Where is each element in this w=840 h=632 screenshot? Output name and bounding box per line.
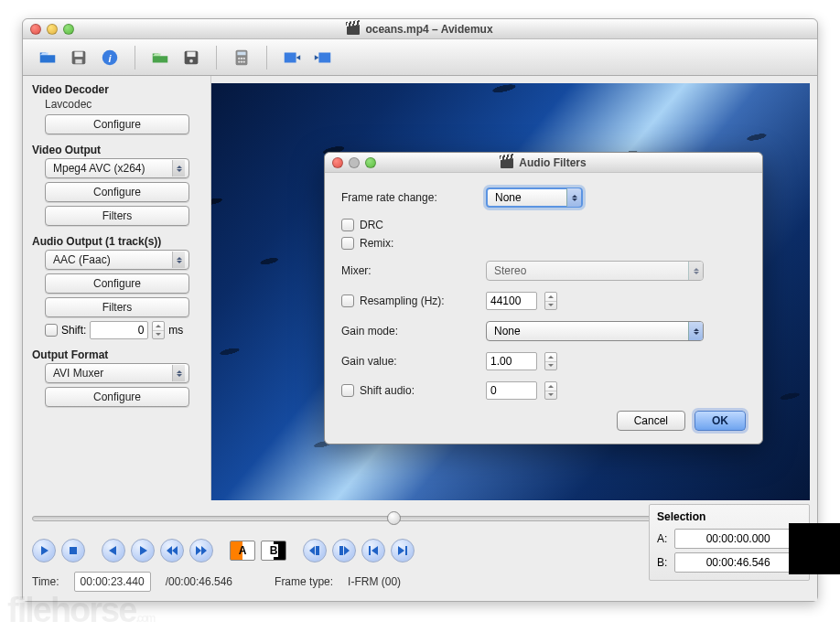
svg-point-7 <box>189 59 193 62</box>
cancel-button[interactable]: Cancel <box>617 411 685 431</box>
audio-shift-input[interactable] <box>90 321 148 339</box>
svg-rect-16 <box>285 52 296 62</box>
svg-rect-1 <box>74 51 82 57</box>
output-format-heading: Output Format <box>32 348 201 361</box>
svg-rect-6 <box>187 51 195 57</box>
mixer-select: Stereo <box>486 261 704 281</box>
clapperboard-icon <box>347 24 360 35</box>
audio-output-heading: Audio Output (1 track(s)) <box>32 235 201 248</box>
gain-value-input[interactable] <box>486 352 537 370</box>
preview-output-button[interactable] <box>309 45 337 70</box>
clapperboard-icon <box>501 157 513 168</box>
goto-start-button[interactable] <box>361 539 385 562</box>
transport-panel: – + A B Time: <box>23 500 817 601</box>
selection-panel: Selection A: 00:00:00.000 B: 00:00:46.54… <box>649 504 810 581</box>
save-project-button[interactable] <box>178 45 205 70</box>
shift-audio-input[interactable] <box>486 381 537 400</box>
video-output-select[interactable]: Mpeg4 AVC (x264) <box>45 158 189 178</box>
next-frame-button[interactable] <box>131 539 155 562</box>
video-output-filters-button[interactable]: Filters <box>45 206 189 226</box>
open-file-button[interactable] <box>34 45 61 70</box>
gain-value-label: Gain value: <box>341 355 479 368</box>
gain-mode-select[interactable]: None <box>486 321 704 341</box>
svg-point-14 <box>241 60 242 62</box>
resampling-checkbox[interactable] <box>341 295 354 307</box>
svg-rect-2 <box>75 59 81 63</box>
open-folder-button[interactable] <box>146 45 174 70</box>
prev-black-frame-button[interactable] <box>303 539 327 562</box>
svg-rect-18 <box>70 547 77 554</box>
output-format-section: Output Format AVI Muxer Configure <box>32 348 201 407</box>
audio-filters-dialog: Audio Filters Frame rate change: None DR… <box>324 152 763 445</box>
shift-audio-stepper[interactable] <box>544 381 557 400</box>
set-marker-a-button[interactable]: A <box>230 541 255 561</box>
audio-shift-checkbox[interactable] <box>45 324 58 337</box>
prev-frame-button[interactable] <box>102 539 125 562</box>
selection-title: Selection <box>657 510 802 523</box>
drc-checkbox[interactable] <box>341 219 354 231</box>
watermark: filehorse.com <box>0 589 161 632</box>
time-total: /00:00:46.546 <box>166 575 232 588</box>
audio-shift-label: Shift: <box>61 324 86 337</box>
window-title: oceans.mp4 – Avidemux <box>365 23 492 36</box>
frame-type-label: Frame type: <box>275 575 333 588</box>
gain-value-stepper[interactable] <box>544 352 557 370</box>
dialog-titlebar[interactable]: Audio Filters <box>325 153 762 173</box>
output-format-configure-button[interactable]: Configure <box>45 387 189 407</box>
drc-label: DRC <box>360 219 383 231</box>
prev-keyframe-button[interactable] <box>160 539 184 562</box>
svg-rect-22 <box>405 546 407 555</box>
remix-checkbox[interactable] <box>341 237 354 250</box>
remix-label: Remix: <box>360 237 393 250</box>
audio-output-select[interactable]: AAC (Faac) <box>45 250 189 270</box>
save-button[interactable] <box>65 45 92 70</box>
video-decoder-codec: Lavcodec <box>45 98 201 111</box>
svg-rect-20 <box>339 546 343 555</box>
audio-shift-stepper[interactable] <box>152 321 165 339</box>
timeline-thumb-icon[interactable] <box>387 511 401 525</box>
svg-point-10 <box>238 57 240 59</box>
stop-button[interactable] <box>61 539 85 562</box>
resampling-label: Resampling (Hz): <box>360 295 445 307</box>
calculator-button[interactable] <box>228 45 255 70</box>
next-keyframe-button[interactable] <box>189 539 213 562</box>
preview-input-button[interactable] <box>278 45 306 70</box>
audio-output-configure-button[interactable]: Configure <box>45 273 189 294</box>
svg-rect-21 <box>369 546 371 555</box>
video-output-section: Video Output Mpeg4 AVC (x264) Configure … <box>32 144 201 226</box>
video-output-configure-button[interactable]: Configure <box>45 182 189 202</box>
frame-type-value: I-FRM (00) <box>348 575 401 588</box>
audio-output-filters-button[interactable]: Filters <box>45 297 189 317</box>
svg-point-11 <box>241 57 242 59</box>
svg-point-15 <box>243 60 245 62</box>
resampling-stepper[interactable] <box>544 292 557 310</box>
dialog-title: Audio Filters <box>519 156 586 169</box>
output-format-select[interactable]: AVI Muxer <box>45 363 189 383</box>
main-toolbar: i <box>23 39 817 76</box>
goto-end-button[interactable] <box>391 539 415 562</box>
svg-point-12 <box>243 57 245 59</box>
frame-rate-select[interactable]: None <box>486 187 583 208</box>
video-decoder-configure-button[interactable]: Configure <box>45 114 189 134</box>
svg-point-13 <box>238 60 240 62</box>
shift-audio-checkbox[interactable] <box>341 384 354 397</box>
sidebar: Video Decoder Lavcodec Configure Video O… <box>23 76 211 500</box>
play-button[interactable] <box>32 539 56 562</box>
info-button[interactable]: i <box>96 45 124 70</box>
frame-rate-label: Frame rate change: <box>341 191 479 204</box>
video-decoder-section: Video Decoder Lavcodec Configure <box>32 83 201 134</box>
main-titlebar[interactable]: oceans.mp4 – Avidemux <box>23 19 817 39</box>
video-output-heading: Video Output <box>32 144 201 156</box>
selection-b-value[interactable]: 00:00:46.546 <box>674 552 802 573</box>
next-black-frame-button[interactable] <box>332 539 356 562</box>
video-decoder-heading: Video Decoder <box>32 83 201 96</box>
set-marker-b-button[interactable]: B <box>261 541 286 561</box>
ok-button[interactable]: OK <box>695 411 746 431</box>
audio-shift-unit: ms <box>168 324 183 337</box>
shift-audio-label: Shift audio: <box>360 384 415 397</box>
svg-rect-17 <box>318 52 330 62</box>
selection-a-value[interactable]: 00:00:00.000 <box>674 529 802 549</box>
audio-shift-row: Shift: ms <box>45 321 189 339</box>
time-label: Time: <box>32 575 59 588</box>
resampling-input[interactable] <box>486 292 537 310</box>
